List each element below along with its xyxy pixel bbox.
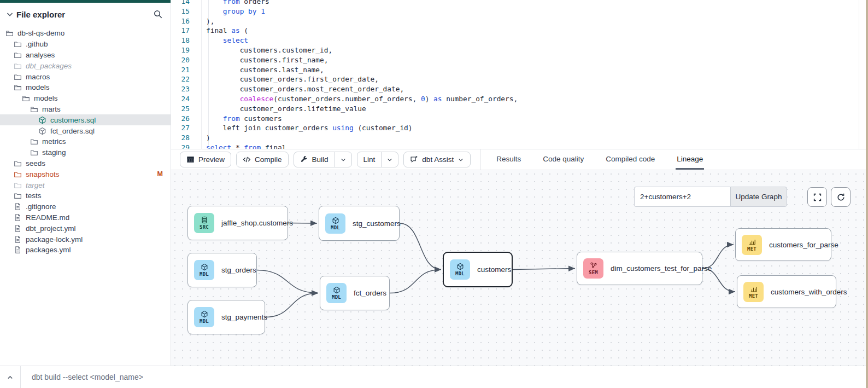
tree-item-label: fct_orders.sql xyxy=(50,127,95,135)
tree-item-label: analyses xyxy=(26,51,55,59)
tree-item-label: macros xyxy=(26,73,50,81)
tree-item[interactable]: macros xyxy=(0,71,171,82)
tree-item[interactable]: marts xyxy=(0,104,171,115)
editor-scrollbar[interactable] xyxy=(859,0,859,149)
tab-lineage[interactable]: Lineage xyxy=(676,149,704,170)
tree-item[interactable]: dbt_packages xyxy=(0,60,171,71)
result-tabs: ResultsCode qualityCompiled codeLineage xyxy=(495,149,704,170)
line-number: 23 xyxy=(171,84,196,94)
tree-item[interactable]: packages.yml xyxy=(0,245,171,256)
tab-compiled-code[interactable]: Compiled code xyxy=(605,149,656,170)
node-label: customers xyxy=(477,265,511,274)
line-number: 28 xyxy=(171,133,196,143)
tab-code-quality[interactable]: Code quality xyxy=(542,149,585,170)
metric-icon xyxy=(748,238,756,246)
tree-item-label: staging xyxy=(42,148,66,157)
button-label: Build xyxy=(312,155,329,164)
button-label: Lint xyxy=(363,155,376,164)
lineage-node-fct_orders[interactable]: MDLfct_orders xyxy=(320,276,390,310)
tree-item[interactable]: models xyxy=(0,93,171,104)
tree-item[interactable]: customers.sql xyxy=(0,114,171,125)
lineage-node-stg_customers[interactable]: MDLstg_customers xyxy=(319,206,400,241)
line-number: 19 xyxy=(171,45,196,55)
lineage-node-stg_orders[interactable]: MDLstg_orders xyxy=(187,253,257,287)
code-line: 26 from customers xyxy=(171,114,866,124)
expand-panel-button[interactable] xyxy=(0,366,21,388)
tab-results[interactable]: Results xyxy=(495,149,522,170)
node-type-label: MET xyxy=(749,293,758,299)
file-icon xyxy=(14,202,22,211)
tree-item[interactable]: fct_orders.sql xyxy=(0,125,171,136)
node-type-label: MDL xyxy=(200,318,209,324)
fullscreen-button[interactable] xyxy=(807,187,827,207)
database-icon xyxy=(201,216,208,224)
lint-button[interactable]: Lint xyxy=(357,152,399,167)
file-explorer-header: File explorer xyxy=(0,3,171,22)
tree-item[interactable]: db-sl-qs-demo xyxy=(0,28,171,39)
command-input[interactable]: dbt build --select <model_name> xyxy=(32,373,143,381)
tree-item-label: snapshots xyxy=(26,170,60,178)
node-label: stg_customers xyxy=(353,219,401,228)
metric-icon xyxy=(750,285,758,293)
tree-item-label: dbt_project.yml xyxy=(26,224,76,233)
cube-icon xyxy=(332,217,339,224)
tree-item[interactable]: staging xyxy=(0,147,171,158)
search-icon[interactable] xyxy=(153,9,163,19)
lineage-node-customers_with_orders[interactable]: METcustomers_with_orders xyxy=(737,275,836,308)
dropdown-toggle[interactable] xyxy=(335,152,351,167)
tree-item[interactable]: package-lock.yml xyxy=(0,234,171,245)
folder-icon xyxy=(14,159,22,167)
chevron-down-icon[interactable] xyxy=(5,10,14,19)
tree-item[interactable]: tests xyxy=(0,190,171,201)
dbt-cloud-ide: File explorer db-sl-qs-demo.githubanalys… xyxy=(0,0,868,388)
tree-item[interactable]: models xyxy=(0,82,171,93)
line-number: 25 xyxy=(171,104,196,114)
code-line: 19 customers.customer_id, xyxy=(171,45,866,55)
folder-icon xyxy=(14,51,22,59)
tree-item[interactable]: .github xyxy=(0,39,171,50)
lineage-graph-pane[interactable]: SRCjaffle_shop.customersMDLstg_customers… xyxy=(171,170,866,366)
folder-icon xyxy=(14,192,22,200)
code-line: 25 customer_orders.lifetime_value xyxy=(171,104,866,114)
code-line: 21 customers.last_name, xyxy=(171,65,866,75)
refresh-button[interactable] xyxy=(831,187,851,207)
line-number: 26 xyxy=(171,114,196,124)
tree-item-label: models xyxy=(26,83,50,91)
lineage-node-dim_customers_test_for_parse[interactable]: SEMdim_customers_test_for_parse xyxy=(577,252,702,285)
node-type-badge: MET xyxy=(742,235,762,255)
lineage-selector-input[interactable] xyxy=(634,187,730,207)
cube-icon xyxy=(456,263,464,270)
tree-item[interactable]: target xyxy=(0,179,171,190)
code-icon xyxy=(243,155,251,164)
button-label: Compile xyxy=(255,155,282,164)
lineage-node-customers_for_parse[interactable]: METcustomers_for_parse xyxy=(735,228,831,261)
lineage-node-stg_payments[interactable]: MDLstg_payments xyxy=(187,300,265,334)
dropdown-toggle[interactable] xyxy=(381,152,398,167)
code-editor[interactable]: 14 from orders15 group by 116),17final a… xyxy=(171,0,866,149)
tree-item[interactable]: dbt_project.yml xyxy=(0,223,171,234)
build-button[interactable]: Build xyxy=(294,152,352,167)
file-icon xyxy=(14,224,22,233)
line-number: 16 xyxy=(171,16,196,26)
node-label: dim_customers_test_for_parse xyxy=(611,264,712,273)
preview-button[interactable]: Preview xyxy=(180,152,231,167)
dbt-assist-button[interactable]: dbt Assist xyxy=(403,152,471,167)
tree-item[interactable]: README.md xyxy=(0,212,171,223)
line-number: 24 xyxy=(171,94,196,104)
code-line: 23 customer_orders.most_recent_order_dat… xyxy=(171,84,866,94)
node-label: customers_with_orders xyxy=(771,288,847,296)
chevron-down-icon xyxy=(458,157,464,163)
folder-icon xyxy=(30,137,38,146)
tree-item[interactable]: snapshotsM xyxy=(0,169,171,179)
lineage-node-customers[interactable]: MDLcustomers xyxy=(443,252,513,287)
code-line: 14 from orders xyxy=(171,0,866,7)
tree-item[interactable]: seeds xyxy=(0,158,171,169)
folder-icon xyxy=(14,62,22,70)
node-label: stg_payments xyxy=(221,313,267,321)
update-graph-button[interactable]: Update Graph xyxy=(730,187,787,207)
tree-item[interactable]: metrics xyxy=(0,136,171,147)
lineage-node-jaffle_shop.customers[interactable]: SRCjaffle_shop.customers xyxy=(187,206,288,240)
tree-item[interactable]: .gitignore xyxy=(0,201,171,212)
tree-item[interactable]: analyses xyxy=(0,50,171,61)
compile-button[interactable]: Compile xyxy=(236,152,289,167)
